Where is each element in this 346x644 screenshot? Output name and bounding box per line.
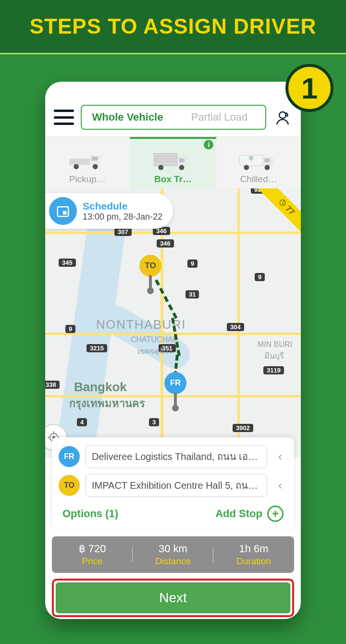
from-address-row: FR Deliveree Logistics Thailand, ถนน เอ…… (59, 445, 287, 468)
next-label: Next (159, 590, 187, 606)
svg-rect-1 (69, 159, 90, 165)
summary-duration: 1h 6m Duration (213, 543, 294, 567)
to-address-input[interactable]: IMPACT Exhibition Centre Hall 5, ถน… (86, 474, 267, 497)
summary-price: ฿ 720 Price (52, 543, 133, 567)
schedule-detail: 13:00 pm, 28-Jan-22 (83, 212, 162, 222)
svg-point-4 (74, 164, 79, 169)
to-badge: TO (59, 475, 80, 496)
address-panel: FR Deliveree Logistics Thailand, ถนน เอ…… (52, 437, 294, 529)
menu-button[interactable] (54, 110, 74, 125)
svg-point-12 (158, 165, 163, 170)
app-toolbar: Whole Vehicle Partial Load (45, 82, 301, 136)
vehicle-label: Chilled… (240, 174, 277, 185)
hwy-badge: 345 (59, 259, 76, 267)
options-link[interactable]: Options (1) (62, 506, 118, 522)
ribbon-value: 77 (284, 204, 297, 217)
hwy-badge: 3119 (263, 366, 284, 374)
phone-mockup: Whole Vehicle Partial Load Pickup… i (45, 82, 301, 619)
map-pin-to[interactable]: TO (139, 255, 161, 277)
vehicle-chilled[interactable]: ✻ Chilled… (216, 137, 301, 188)
hwy-badge: 9 (65, 325, 75, 333)
map-label-minburi-th: มีนบุรี (264, 350, 284, 362)
hwy-badge: 31 (185, 290, 199, 298)
map-pin-from[interactable]: FR (164, 372, 186, 394)
svg-rect-21 (63, 211, 67, 215)
hwy-badge: 307 (114, 228, 132, 236)
map-label-chatuchak-th: เขตจตุจักร (137, 345, 173, 357)
duration-label: Duration (213, 556, 294, 567)
info-icon[interactable]: i (204, 140, 213, 149)
svg-point-19 (265, 165, 270, 170)
add-stop-label: Add Stop (215, 508, 262, 520)
hwy-badge: 338 (45, 381, 60, 389)
distance-value: 30 km (133, 543, 213, 555)
map-label-minburi-en: MIN BURI (258, 340, 292, 349)
load-type-partial[interactable]: Partial Load (173, 106, 265, 129)
schedule-chip[interactable]: Schedule 13:00 pm, 28-Jan-22 (45, 193, 173, 229)
svg-point-13 (179, 165, 185, 170)
hwy-badge: 346 (157, 239, 174, 248)
svg-rect-11 (179, 159, 185, 162)
svg-text:✻: ✻ (248, 155, 254, 162)
vehicle-label: Pickup… (69, 174, 106, 185)
hwy-badge: 3 (149, 418, 159, 426)
hwy-badge: 4 (77, 418, 87, 426)
vehicle-pickup[interactable]: Pickup… (45, 137, 130, 188)
add-stop-button[interactable]: Add Stop + (215, 506, 284, 522)
support-icon[interactable] (273, 108, 292, 127)
vehicle-label: Box Tr… (154, 174, 192, 185)
map[interactable]: 9214 346 3214 307 346 346 345 9 9 31 9 3… (45, 188, 301, 458)
svg-rect-3 (92, 157, 98, 161)
hwy-badge: 3902 (233, 424, 253, 432)
step-number-badge: 1 (285, 64, 334, 112)
svg-rect-6 (154, 154, 177, 166)
step-number: 1 (301, 71, 318, 105)
hwy-badge: 3215 (86, 344, 107, 352)
svg-point-0 (279, 112, 286, 119)
instruction-header: STEPS TO ASSIGN DRIVER (0, 0, 346, 54)
price-value: ฿ 720 (52, 543, 133, 555)
map-label-bangkok-en: Bangkok (74, 380, 127, 395)
page-title: STEPS TO ASSIGN DRIVER (30, 14, 317, 38)
plus-icon: + (267, 506, 284, 522)
map-pin-from-label: FR (170, 378, 181, 388)
distance-label: Distance (133, 556, 213, 567)
calendar-icon (49, 197, 77, 225)
svg-point-5 (93, 164, 98, 169)
summary-distance: 30 km Distance (133, 543, 213, 567)
duration-value: 1h 6m (213, 543, 294, 555)
vehicle-box-truck[interactable]: i Box Tr… (130, 137, 217, 188)
options-label: Options (1) (62, 508, 118, 520)
hwy-badge: 9 (255, 273, 265, 281)
hwy-badge: 9 (187, 260, 198, 268)
to-address-row: TO IMPACT Exhibition Centre Hall 5, ถน… … (59, 474, 287, 497)
next-button[interactable]: Next (56, 582, 290, 613)
load-type-whole[interactable]: Whole Vehicle (82, 106, 173, 129)
vehicle-selector: Pickup… i Box Tr… ✻ Chilled… (45, 136, 301, 188)
map-label-bangkok-th: กรุงเทพมหานคร (69, 395, 145, 412)
next-button-highlight: Next (52, 579, 294, 617)
from-address-input[interactable]: Deliveree Logistics Thailand, ถนน เอ… (86, 445, 267, 468)
load-type-toggle[interactable]: Whole Vehicle Partial Load (81, 105, 266, 130)
trip-summary-bar: ฿ 720 Price 30 km Distance 1h 6m Duratio… (52, 536, 294, 573)
svg-point-18 (244, 165, 249, 170)
schedule-heading: Schedule (83, 200, 162, 212)
price-label: Price (52, 556, 133, 567)
hwy-badge: 304 (227, 323, 244, 331)
svg-rect-17 (265, 159, 270, 162)
map-pin-to-label: TO (145, 261, 156, 271)
from-badge: FR (59, 446, 80, 467)
chevron-left-icon[interactable]: ‹ (273, 479, 287, 492)
map-label-chatuchak-en: CHATUCHAK (131, 335, 178, 344)
distance-ribbon: 77 (258, 188, 301, 236)
chevron-left-icon[interactable]: ‹ (273, 450, 287, 463)
